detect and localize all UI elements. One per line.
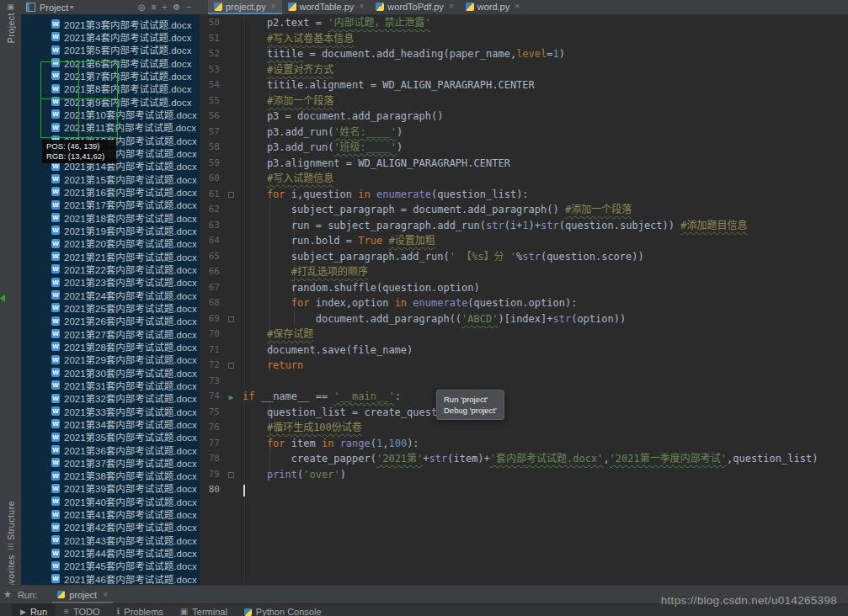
code-line[interactable]: 76 #循环生成100份试卷 — [200, 420, 848, 436]
code-line[interactable]: 55 #添加一个段落 — [200, 93, 848, 109]
tree-item[interactable]: W2021第18套内部考试试题.docx — [21, 211, 200, 224]
run-arrow-icon[interactable]: ▶ — [229, 393, 233, 401]
close-icon[interactable]: × — [515, 2, 520, 11]
close-icon[interactable]: × — [103, 590, 108, 599]
code-line[interactable]: 64 run.bold = True #设置加粗 — [200, 233, 848, 249]
tree-item[interactable]: W2021第36套内部考试试题.docx — [21, 443, 200, 456]
hide-icon[interactable]: − — [186, 0, 191, 14]
editor[interactable]: 50 p2.text = '内部试题，禁止泄露'51 #写入试卷基本信息52 t… — [200, 14, 848, 585]
tree-item[interactable]: W2021第37套内部考试试题.docx — [21, 456, 200, 469]
code-line[interactable]: 78 create_papper('2021第'+str(item)+'套内部考… — [200, 451, 848, 467]
tab-project.py[interactable]: project.py× — [208, 0, 282, 14]
tree-item[interactable]: W2021第23套内部考试试题.docx — [21, 276, 200, 289]
tree-item[interactable]: W2021第16套内部考试试题.docx — [21, 185, 200, 198]
tab-wordToPdf.py[interactable]: wordToPdf.py× — [370, 0, 460, 14]
code-line[interactable]: 52 titile = document.add_heading(paper_n… — [200, 46, 848, 62]
code-line[interactable]: 61 for i,question in enumerate(question_… — [200, 187, 848, 203]
code-line[interactable]: 70 #保存试题 — [200, 327, 848, 343]
toolbar-item-todo[interactable]: ≡TODO — [56, 604, 108, 616]
tree-item[interactable]: W2021第38套内部考试试题.docx — [21, 469, 200, 481]
run-line-icon[interactable]: ▶ — [220, 389, 243, 406]
tree-item[interactable]: W2021第39套内部考试试题.docx — [21, 482, 200, 495]
code-line[interactable]: 69 document.add_paragraph(('ABCD')[index… — [200, 311, 848, 327]
code-line[interactable]: 60 #写入试题信息 — [200, 171, 848, 187]
tree-item[interactable]: W2021第31套内部考试试题.docx — [21, 379, 200, 391]
tree-item[interactable]: W2021第46套内部考试试题.docx — [21, 572, 200, 585]
tab-wordTable.py[interactable]: wordTable.py× — [282, 0, 371, 14]
tree-item[interactable]: W2021第5套内部考试试题.docx — [21, 44, 200, 56]
tree-item[interactable]: W2021第45套内部考试试题.docx — [21, 560, 200, 572]
collapse-all-icon[interactable]: ≡ — [152, 0, 157, 14]
code-line[interactable]: 71 document.save(file_name) — [200, 343, 848, 358]
tree-item[interactable]: W2021第40套内部考试试题.docx — [21, 495, 200, 507]
fold-marker-icon[interactable] — [228, 363, 234, 369]
tab-word.py[interactable]: word.py× — [460, 0, 525, 14]
code-line[interactable]: 74▶if __name__ == '__main__': — [200, 389, 848, 405]
tree-item[interactable]: W2021第24套内部考试试题.docx — [21, 289, 200, 301]
tree-item[interactable]: W2021第21套内部考试试题.docx — [21, 250, 200, 263]
expand-all-icon[interactable]: ÷ — [163, 0, 168, 14]
code-line[interactable]: 56 p3 = document.add_paragraph() — [200, 109, 848, 125]
close-icon[interactable]: × — [271, 2, 276, 11]
tree-item[interactable]: W2021第28套内部考试试题.docx — [21, 340, 200, 353]
code-line[interactable]: 80 — [200, 482, 848, 498]
tree-item[interactable]: W2021第41套内部考试试题.docx — [21, 507, 200, 520]
run-tab-project[interactable]: project × — [52, 586, 113, 603]
tree-item[interactable]: W2021第35套内部考试试题.docx — [21, 431, 200, 443]
tree-item[interactable]: W2021第27套内部考试试题.docx — [21, 327, 200, 340]
run-context-tooltip[interactable]: Run 'project' Debug 'project' — [436, 390, 504, 420]
code-line[interactable]: 73 — [200, 374, 848, 390]
locate-icon[interactable]: ◎ — [138, 0, 146, 14]
fold-marker-icon[interactable] — [228, 472, 234, 478]
fold-icon[interactable] — [220, 358, 243, 374]
code-line[interactable]: 54 titile.alignment = WD_ALIGN_PARAGRAPH… — [200, 77, 848, 93]
code-line[interactable]: 68 for index,option in enumerate(questio… — [200, 295, 848, 311]
code-line[interactable]: 63 run = subject_paragraph.add_run(str(i… — [200, 218, 848, 234]
tree-item[interactable]: W2021第4套内部考试试题.docx — [21, 30, 200, 43]
tree-item[interactable]: W2021第25套内部考试试题.docx — [21, 301, 200, 314]
toolbar-item-terminal[interactable]: ▣Terminal — [172, 604, 236, 616]
tree-item[interactable]: W2021第42套内部考试试题.docx — [21, 521, 200, 534]
code-line[interactable]: 57 p3.add_run('姓名:____') — [200, 125, 848, 141]
tree-item[interactable]: W2021第3套内部考试试题.docx — [21, 18, 200, 30]
fold-marker-icon[interactable] — [228, 316, 234, 322]
tree-item[interactable]: W2021第33套内部考试试题.docx — [21, 405, 200, 417]
code-line[interactable]: 53 #设置对齐方式 — [200, 62, 848, 78]
chevron-down-icon[interactable]: ▾ — [70, 3, 73, 11]
tree-item[interactable]: W2021第20套内部考试试题.docx — [21, 237, 200, 250]
tree-item[interactable]: W2021第17套内部考试试题.docx — [21, 199, 200, 211]
code-line[interactable]: 51 #写入试卷基本信息 — [200, 31, 848, 47]
settings-icon[interactable]: ⚙ — [173, 0, 180, 14]
tree-item[interactable]: W2021第30套内部考试试题.docx — [21, 366, 200, 379]
tree-item[interactable]: W2021第26套内部考试试题.docx — [21, 315, 200, 327]
favorites-star-icon[interactable]: ★ — [3, 589, 12, 600]
code-line[interactable]: 75 question_list = create_question() — [200, 405, 848, 421]
tool-window-button-structure[interactable]: Structure ☰ — [0, 499, 21, 551]
code-line[interactable]: 79 print('over') — [200, 467, 848, 483]
close-icon[interactable]: × — [359, 2, 364, 11]
code-line[interactable]: 58 p3.add_run('班级:____') — [200, 140, 848, 156]
tree-item[interactable]: W2021第43套内部考试试题.docx — [21, 534, 200, 546]
code-line[interactable]: 62 subject_paragraph = document.add_para… — [200, 202, 848, 218]
toolbar-item-python-console[interactable]: Python Console — [236, 604, 330, 616]
tooltip-run-action[interactable]: Run 'project' — [444, 394, 497, 405]
toolbar-item-run[interactable]: ▶Run — [12, 604, 56, 616]
fold-icon[interactable] — [220, 311, 243, 327]
code-line[interactable]: 59 p3.alignment = WD_ALIGN_PARAGRAPH.CEN… — [200, 156, 848, 172]
tree-item[interactable]: W2021第44套内部考试试题.docx — [21, 546, 200, 559]
code-line[interactable]: 67 random.shuffle(question.option) — [200, 280, 848, 296]
tree-item[interactable]: W2021第34套内部考试试题.docx — [21, 417, 200, 430]
fold-icon[interactable] — [220, 187, 243, 203]
tooltip-debug-action[interactable]: Debug 'project' — [444, 405, 497, 416]
tree-item[interactable]: W2021第19套内部考试试题.docx — [21, 224, 200, 236]
project-panel-title[interactable]: Project — [40, 3, 68, 13]
tree-item[interactable]: W2021第32套内部考试试题.docx — [21, 392, 200, 405]
fold-marker-icon[interactable] — [228, 192, 234, 198]
tree-item[interactable]: W2021第29套内部考试试题.docx — [21, 353, 200, 366]
code-line[interactable]: 65 subject_paragraph.add_run(' 【%s】分 '%s… — [200, 249, 848, 265]
tool-window-button-project[interactable]: ▣ Project — [0, 3, 21, 43]
code-line[interactable]: 66 #打乱选项的顺序 — [200, 264, 848, 280]
tree-item[interactable]: W2021第22套内部考试试题.docx — [21, 263, 200, 275]
toolbar-item-problems[interactable]: ℹProblems — [109, 604, 172, 616]
tree-item[interactable]: W2021第15套内部考试试题.docx — [21, 173, 200, 185]
